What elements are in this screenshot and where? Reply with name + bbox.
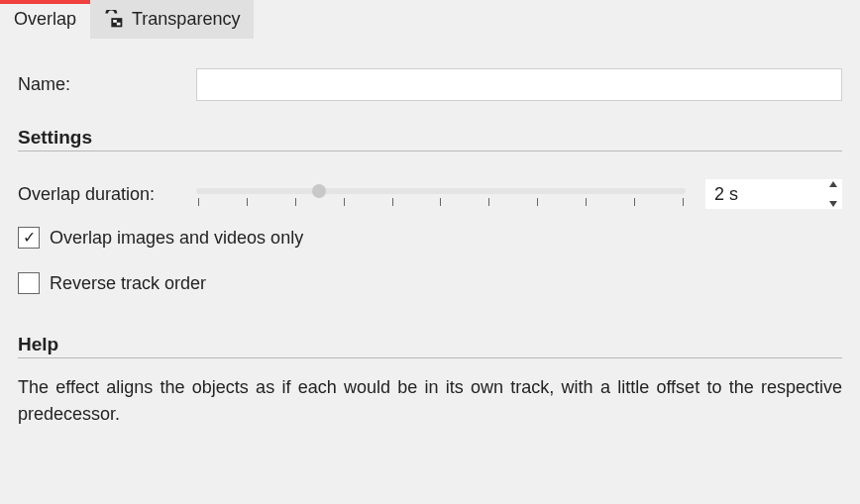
- overlap-duration-slider[interactable]: [196, 182, 686, 206]
- overlap-duration-label: Overlap duration:: [18, 184, 196, 205]
- spinner-up-icon[interactable]: [829, 181, 837, 187]
- tab-transparency[interactable]: Transparency: [90, 0, 254, 39]
- checkbox-overlap-only-label: Overlap images and videos only: [50, 228, 303, 249]
- svg-rect-2: [117, 22, 121, 25]
- tab-overlap-label: Overlap: [14, 9, 76, 30]
- name-label: Name:: [18, 74, 196, 95]
- overlap-duration-value[interactable]: 2 s: [706, 180, 825, 208]
- tab-bar: Overlap Transparency: [0, 0, 860, 39]
- section-title-settings: Settings: [18, 127, 842, 149]
- name-row: Name:: [18, 68, 842, 101]
- checkbox-reverse-track-label: Reverse track order: [50, 273, 206, 294]
- checkbox-overlap-only[interactable]: ✓: [18, 227, 40, 249]
- name-input[interactable]: [196, 68, 842, 101]
- tab-overlap[interactable]: Overlap: [0, 0, 90, 39]
- spinner-down-icon[interactable]: [829, 201, 837, 207]
- overlap-duration-row: Overlap duration: 2 s: [18, 179, 842, 209]
- spinner-buttons: [825, 180, 841, 208]
- overlap-duration-spinner[interactable]: 2 s: [705, 179, 842, 209]
- tab-transparency-label: Transparency: [132, 9, 240, 30]
- checkbox-reverse-track[interactable]: [18, 272, 40, 294]
- slider-thumb[interactable]: [312, 184, 326, 198]
- transparency-icon: [104, 10, 126, 30]
- checkbox-row-overlap-only: ✓ Overlap images and videos only: [18, 227, 842, 249]
- section-title-help: Help: [18, 334, 842, 355]
- svg-rect-1: [113, 20, 117, 23]
- slider-ticks: [196, 198, 686, 206]
- divider: [18, 151, 842, 151]
- checkbox-row-reverse: Reverse track order: [18, 272, 842, 294]
- help-text: The effect aligns the objects as if each…: [18, 374, 842, 428]
- slider-track: [196, 188, 686, 194]
- divider: [18, 357, 842, 358]
